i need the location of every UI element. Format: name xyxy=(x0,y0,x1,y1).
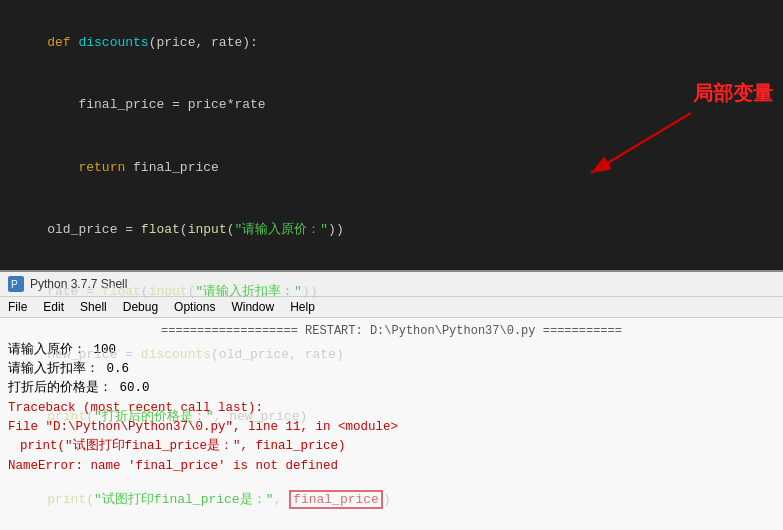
code-line-6: new_price = discounts(old_price, rate) xyxy=(16,324,767,386)
keyword-def: def xyxy=(47,35,78,50)
code-line-5: rate = float(input("请输入折扣率：")) xyxy=(16,262,767,324)
fn-name-discounts: discounts xyxy=(78,35,148,50)
code-line-7: print("打折后的价格是：", new_price) xyxy=(16,386,767,448)
annotation-text: 局部变量 xyxy=(693,80,773,107)
code-line-print-final: print("试图打印final_price是：", final_price) xyxy=(16,470,767,530)
annotation-arrow xyxy=(581,108,701,188)
code-line-4: old_price = float(input("请输入原价：")) xyxy=(16,199,767,261)
code-line-1: def discounts(price, rate): xyxy=(16,12,767,74)
svg-line-1 xyxy=(591,113,691,173)
code-line-blank xyxy=(16,449,767,470)
code-editor: def discounts(price, rate): final_price … xyxy=(0,0,783,270)
keyword-return: return xyxy=(78,160,133,175)
highlighted-var: final_price xyxy=(289,490,383,509)
